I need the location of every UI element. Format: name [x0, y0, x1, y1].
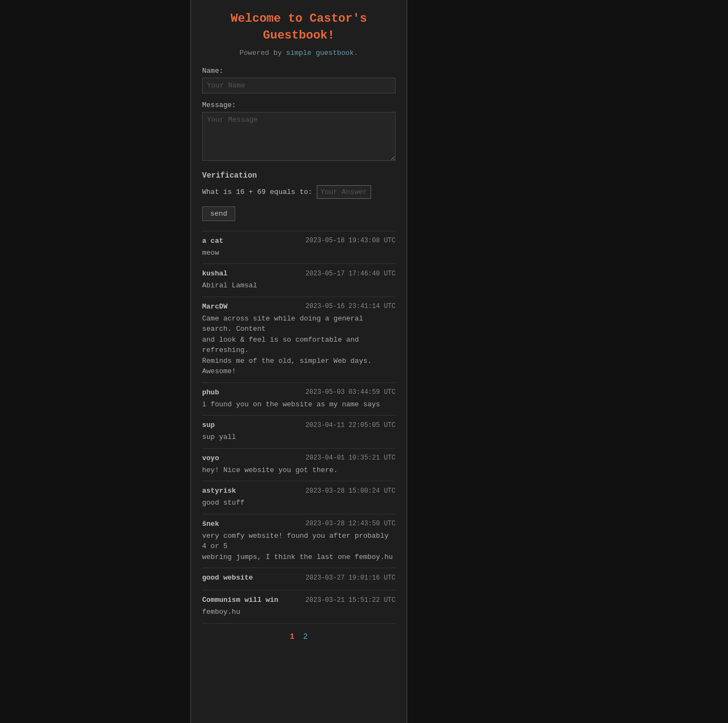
right-panel — [407, 0, 728, 723]
entry-date: 2023-05-03 03:44:59 UTC — [305, 388, 396, 396]
main-panel: Welcome to Castor's Guestbook! Powered b… — [190, 0, 407, 723]
table-row: voyo2023-04-01 10:35:21 UTChey! Nice web… — [202, 449, 396, 482]
page-2-link[interactable]: 2 — [303, 632, 307, 641]
page-title: Welcome to Castor's Guestbook! — [202, 11, 396, 45]
table-row: kushal2023-05-17 17:46:40 UTCAbiral Lams… — [202, 264, 396, 297]
entry-name: sup — [202, 421, 215, 429]
entry-message: very comfy website! found you after prob… — [202, 531, 396, 563]
entry-message: meow — [202, 248, 396, 259]
entry-date: 2023-03-27 19:01:16 UTC — [305, 574, 396, 582]
table-row: Communism will win2023-03-21 15:51:22 UT… — [202, 590, 396, 624]
entry-name: good website — [202, 574, 253, 582]
entry-message: i found you on the website as my name sa… — [202, 399, 396, 410]
answer-input[interactable] — [317, 185, 371, 199]
entry-date: 2023-04-01 10:35:21 UTC — [305, 454, 396, 462]
entry-name: MarcDW — [202, 303, 228, 311]
message-textarea[interactable] — [202, 112, 396, 161]
entry-message: Abiral Lamsal — [202, 280, 396, 291]
entry-date: 2023-03-28 15:00:24 UTC — [305, 487, 396, 495]
powered-by: Powered by simple guestbook. — [202, 49, 396, 57]
table-row: good website2023-03-27 19:01:16 UTC — [202, 568, 396, 590]
entry-date: 2023-05-17 17:46:40 UTC — [305, 270, 396, 278]
entry-message: hey! Nice website you got there. — [202, 465, 396, 476]
table-row: a cat2023-05-18 19:43:08 UTCmeow — [202, 231, 396, 265]
entry-date: 2023-05-16 23:41:14 UTC — [305, 303, 396, 310]
name-section: Name: — [202, 67, 396, 93]
table-row: phub2023-05-03 03:44:59 UTCi found you o… — [202, 383, 396, 416]
verification-title: Verification — [202, 171, 396, 180]
entry-name: astyrisk — [202, 487, 236, 495]
name-input[interactable] — [202, 78, 396, 93]
name-label: Name: — [202, 67, 396, 75]
pagination: 1 2 — [202, 624, 396, 645]
message-section: Message: — [202, 101, 396, 164]
table-row: sup2023-04-11 22:05:05 UTCsup yall — [202, 416, 396, 449]
entry-message: sup yall — [202, 432, 396, 443]
entry-name: šnek — [202, 520, 219, 528]
table-row: astyrisk2023-03-28 15:00:24 UTCgood stuf… — [202, 481, 396, 514]
entry-message: good stuff — [202, 498, 396, 508]
entry-name: Communism will win — [202, 596, 278, 604]
entry-date: 2023-04-11 22:05:05 UTC — [305, 422, 396, 429]
verification-row: What is 16 + 69 equals to: — [202, 185, 396, 199]
entry-name: kushal — [202, 269, 228, 278]
left-panel — [0, 0, 190, 723]
page-1-current: 1 — [290, 632, 294, 641]
entry-date: 2023-03-21 15:51:22 UTC — [305, 596, 396, 604]
send-button[interactable]: send — [202, 206, 235, 221]
simple-guestbook-link[interactable]: simple guestbook — [286, 49, 354, 57]
message-label: Message: — [202, 101, 396, 109]
entry-name: a cat — [202, 237, 223, 245]
verification-section: Verification What is 16 + 69 equals to: — [202, 171, 396, 199]
entry-date: 2023-05-18 19:43:08 UTC — [305, 237, 396, 244]
entry-name: voyo — [202, 454, 219, 462]
verification-question: What is 16 + 69 equals to: — [202, 188, 312, 196]
table-row: MarcDW2023-05-16 23:41:14 UTCCame across… — [202, 297, 396, 383]
guestbook-entries: a cat2023-05-18 19:43:08 UTCmeowkushal20… — [202, 231, 396, 624]
entry-message: Came across site while doing a general s… — [202, 313, 396, 377]
table-row: šnek2023-03-28 12:43:50 UTCvery comfy we… — [202, 514, 396, 569]
entry-date: 2023-03-28 12:43:50 UTC — [305, 520, 396, 527]
entry-message: femboy.hu — [202, 607, 396, 618]
entry-name: phub — [202, 388, 219, 397]
